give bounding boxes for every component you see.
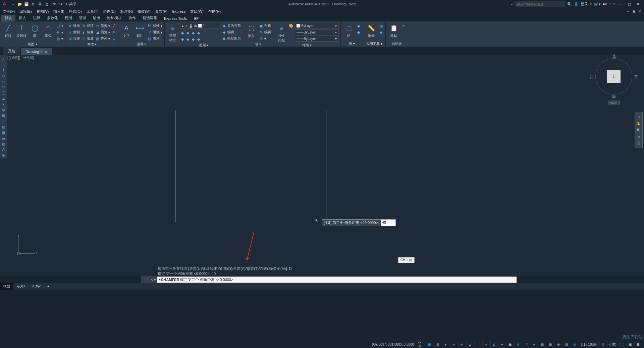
doc-close-button[interactable]: ✕: [637, 9, 643, 14]
menu-file[interactable]: 文件(F): [3, 9, 15, 14]
filetab-drawing1[interactable]: Drawing1*✕: [21, 48, 52, 55]
blockedit-button[interactable]: ✎编辑: [259, 29, 271, 35]
util-sm1[interactable]: ▦: [379, 23, 383, 29]
status-annoscale[interactable]: 1:1 / 100%: [579, 341, 598, 347]
status-clean-icon[interactable]: ▣: [627, 341, 633, 347]
status-iso-icon[interactable]: ⊿: [466, 341, 473, 347]
status-lw-icon[interactable]: ≡: [498, 341, 505, 347]
line-button[interactable]: ╱直线: [2, 22, 14, 38]
text-button[interactable]: A文字: [120, 22, 132, 38]
status-decimal[interactable]: 小数: [607, 341, 617, 347]
tool-revcloud-icon[interactable]: ☁: [0, 96, 7, 101]
layeredit-button[interactable]: ◆编辑: [222, 29, 241, 35]
login-button[interactable]: 登录: [581, 2, 588, 7]
menu-dim[interactable]: 标注(N): [120, 9, 133, 14]
user-icon[interactable]: 👤: [574, 2, 579, 6]
ellipse-button[interactable]: ◎▾: [56, 29, 63, 35]
filetab-close-icon[interactable]: ✕: [45, 50, 47, 54]
layer-sm2[interactable]: ◆: [185, 30, 190, 36]
circle-button[interactable]: ◯圆: [29, 22, 41, 38]
viewcube-south[interactable]: 南: [612, 94, 616, 100]
menu-help[interactable]: 帮助(H): [208, 9, 221, 14]
autodesk-icon[interactable]: A▾: [603, 2, 607, 6]
status-ortho-icon[interactable]: ⌐: [450, 341, 457, 347]
menu-tools[interactable]: 工具(T): [87, 9, 99, 14]
status-custom-icon[interactable]: ☰: [635, 341, 641, 347]
measure-button[interactable]: 📏测量: [365, 22, 377, 38]
layer-sm6[interactable]: ◆: [185, 36, 190, 42]
util-sm2[interactable]: ◆: [379, 29, 383, 35]
tool-polygon-icon[interactable]: ⬠: [0, 73, 7, 78]
coordinates[interactable]: 909.0097, 831.0683, 0.0000: [372, 343, 414, 346]
status-workspace-icon[interactable]: ⊛: [571, 341, 578, 347]
clip-sm1[interactable]: ✂: [401, 23, 406, 29]
stretch-button[interactable]: ⇲拉伸: [67, 36, 80, 42]
rect-button[interactable]: ▢▾: [56, 23, 63, 29]
cart-icon[interactable]: 🛒▾: [594, 2, 601, 6]
ime-indicator[interactable]: CH ♪ 简: [398, 257, 415, 263]
drawing-area[interactable]: [-][俯视][二维线框] ╱ ⟋ ⌇ ⬠ ▭ ◠ ◯ ☁ ∿ ◎ ⊞ ∙ ▨ …: [0, 55, 644, 266]
color-dropdown[interactable]: ByLayer▾: [295, 23, 338, 29]
qat-new-icon[interactable]: ▫: [10, 1, 16, 7]
layout-add-button[interactable]: +: [44, 284, 53, 289]
table-button[interactable]: ▤表格: [147, 36, 162, 42]
lineweight-dropdown[interactable]: ───ByLayer▾: [295, 29, 338, 35]
minimize-button[interactable]: ─: [617, 1, 624, 7]
explode-button[interactable]: ⚞: [111, 29, 116, 35]
dynamic-input[interactable]: 40: [381, 219, 396, 226]
qat-save-icon[interactable]: 💾: [23, 1, 30, 7]
pline-button[interactable]: ⌇多段线: [15, 22, 28, 38]
doc-minimize-button[interactable]: ─: [625, 9, 631, 14]
tool-circle-icon[interactable]: ◯: [0, 90, 7, 95]
tool-hatch-icon[interactable]: ▨: [0, 124, 7, 129]
blockattr-button[interactable]: ⊟▾: [259, 36, 271, 42]
hatch-button[interactable]: ▨▾: [56, 36, 63, 42]
search-icon[interactable]: 🔍: [567, 2, 572, 6]
wcs-label[interactable]: WCS: [608, 101, 620, 105]
tool-table-icon[interactable]: ▤: [0, 141, 7, 147]
nav-orbit-icon[interactable]: ↻: [635, 134, 642, 140]
propmatch-button[interactable]: ≡特性匹配: [275, 22, 287, 43]
leader-button[interactable]: ↗引线▾: [147, 29, 162, 35]
copy-button[interactable]: ⎘复制: [67, 29, 80, 35]
status-grid-icon[interactable]: ▦: [426, 341, 433, 347]
rectangle-object[interactable]: [175, 110, 326, 222]
cmdline-history-icon[interactable]: ▾: [154, 278, 156, 282]
filetab-start[interactable]: 开始: [3, 47, 20, 55]
menu-window[interactable]: 窗口(W): [190, 9, 204, 14]
status-snap-icon[interactable]: ⊞: [434, 341, 441, 347]
ribbon-tab-output[interactable]: 输出: [90, 14, 104, 21]
tool-arc-icon[interactable]: ◠: [0, 84, 7, 90]
status-otrack-icon[interactable]: ∠: [490, 341, 497, 347]
panel-draw-title[interactable]: 绘图 ▾: [2, 42, 63, 47]
status-qp-icon[interactable]: ⊡: [539, 341, 545, 347]
status-full-icon[interactable]: ⛶: [619, 341, 625, 347]
help-icon[interactable]: ?: [609, 2, 611, 6]
status-cycle-icon[interactable]: ⬚: [523, 341, 529, 347]
layerprops-button[interactable]: ≡图层特性: [167, 22, 179, 43]
fillet-button[interactable]: ◢倒角▾: [95, 29, 110, 35]
qat-redo-icon[interactable]: ↷▾: [57, 1, 63, 7]
status-transparency-icon[interactable]: ▣: [506, 341, 513, 347]
blockinsert-button[interactable]: ⬚插入: [245, 22, 257, 38]
status-polar-icon[interactable]: ☀: [458, 341, 465, 347]
blockcreate-button[interactable]: ▣创建: [259, 23, 271, 29]
ribbon-tab-annot[interactable]: 注释: [30, 14, 44, 21]
status-osnap-icon[interactable]: ◻: [474, 341, 481, 347]
panel-props-title[interactable]: 特性 ▾: [275, 43, 338, 48]
viewcube-north[interactable]: 北: [612, 53, 616, 59]
status-model[interactable]: 模型: [418, 341, 425, 347]
menu-param[interactable]: 参数(P): [155, 9, 168, 14]
ribbon-tab-view[interactable]: 视图: [61, 14, 75, 21]
rotate-button[interactable]: ↻旋转: [81, 23, 94, 29]
arc-button[interactable]: ◠圆弧: [42, 22, 54, 38]
share-button[interactable]: ✈共享: [65, 2, 76, 7]
nav-zoom-icon[interactable]: 🔍: [635, 127, 642, 133]
menu-insert[interactable]: 插入(I): [53, 9, 64, 14]
qat-saveall-icon[interactable]: 🗎: [30, 1, 36, 7]
maximize-button[interactable]: ▢: [626, 1, 633, 7]
array-button[interactable]: ▦阵列▾: [95, 36, 110, 42]
nav-pan-icon[interactable]: ✋: [635, 120, 642, 126]
group-sm1[interactable]: ◆: [356, 23, 361, 29]
trim-button[interactable]: ✂修剪▾: [95, 23, 110, 29]
